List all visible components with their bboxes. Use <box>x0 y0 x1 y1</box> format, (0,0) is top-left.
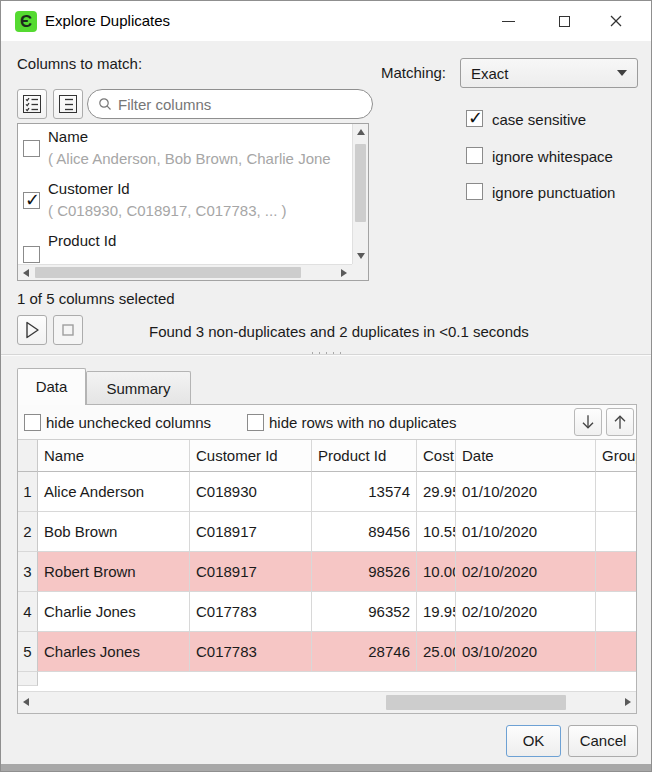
cell-customer-id[interactable]: C018917 <box>190 512 312 552</box>
ignore-punctuation-checkbox[interactable] <box>466 183 483 200</box>
row-number: 4 <box>18 592 38 632</box>
matching-label: Matching: <box>381 64 446 81</box>
cell-customer-id[interactable]: C018917 <box>190 552 312 592</box>
matching-dropdown[interactable]: Exact <box>460 58 638 88</box>
cell-cost[interactable]: 29.95 <box>417 472 456 512</box>
col-header-product-id[interactable]: Product Id <box>312 440 417 472</box>
row-number: 3 <box>18 552 38 592</box>
column-checkbox-product-id[interactable] <box>23 246 40 263</box>
column-checkbox-customer-id[interactable] <box>23 192 40 209</box>
table-row-1[interactable]: 1 Alice Anderson C018930 13574 29.95 01/… <box>18 472 636 512</box>
cell-group[interactable] <box>596 472 636 512</box>
tab-data[interactable]: Data <box>17 368 86 405</box>
splitter-handle[interactable] <box>309 351 345 355</box>
col-header-cost[interactable]: Cost <box>417 440 456 472</box>
cell-customer-id[interactable]: C017783 <box>190 632 312 672</box>
col-header-group[interactable]: Group <box>596 440 636 472</box>
close-icon <box>609 14 623 28</box>
cell-date[interactable]: 02/10/2020 <box>456 592 596 632</box>
table-horizontal-scrollbar[interactable] <box>18 691 636 713</box>
cell-cost[interactable]: 19.95 <box>417 592 456 632</box>
cancel-button[interactable]: Cancel <box>568 725 638 757</box>
table-row-4[interactable]: 4 Charlie Jones C017783 96352 19.95 02/1… <box>18 592 636 632</box>
columns-list-vertical-scrollbar[interactable] <box>352 124 368 264</box>
cell-cost[interactable]: 10.00 <box>417 552 456 592</box>
table-row-5[interactable]: 5 Charles Jones C017783 28746 25.00 03/1… <box>18 632 636 672</box>
cell-customer-id[interactable]: C017783 <box>190 592 312 632</box>
table-scroll-thumb[interactable] <box>386 695 566 710</box>
column-checkbox-name[interactable] <box>23 140 40 157</box>
ignore-whitespace-label[interactable]: ignore whitespace <box>492 148 613 165</box>
scroll-left-icon[interactable] <box>18 694 34 710</box>
cell-date[interactable]: 01/10/2020 <box>456 472 596 512</box>
cell-product-id[interactable]: 98526 <box>312 552 417 592</box>
chevron-down-icon <box>617 70 627 76</box>
ignore-whitespace-checkbox[interactable] <box>466 147 483 164</box>
check-all-button[interactable] <box>17 89 47 119</box>
cell-group[interactable] <box>596 592 636 632</box>
stop-button[interactable] <box>53 315 83 345</box>
arrow-down-icon <box>578 412 598 432</box>
filter-columns-field[interactable] <box>87 89 373 119</box>
cell-name[interactable]: Charles Jones <box>38 632 190 672</box>
cell-group[interactable] <box>596 552 636 592</box>
hide-unchecked-columns-label[interactable]: hide unchecked columns <box>46 414 211 431</box>
col-header-date[interactable]: Date <box>456 440 596 472</box>
scroll-right-icon[interactable] <box>620 694 636 710</box>
horizontal-scroll-thumb[interactable] <box>35 267 301 278</box>
previous-duplicate-button[interactable] <box>606 408 634 436</box>
columns-list-horizontal-scrollbar[interactable] <box>18 264 352 280</box>
column-customer-id-label[interactable]: Customer Id <box>48 180 130 197</box>
filter-columns-input[interactable] <box>118 96 348 113</box>
uncheck-all-button[interactable] <box>53 89 83 119</box>
maximize-icon <box>559 16 570 27</box>
hide-unchecked-columns-checkbox[interactable] <box>24 414 41 431</box>
column-name-label[interactable]: Name <box>48 128 88 145</box>
cell-date[interactable]: 03/10/2020 <box>456 632 596 672</box>
column-product-id-label[interactable]: Product Id <box>48 232 116 249</box>
run-button[interactable] <box>17 315 47 345</box>
hide-no-duplicate-rows-checkbox[interactable] <box>247 414 264 431</box>
case-sensitive-checkbox[interactable] <box>466 110 483 127</box>
cell-product-id[interactable]: 28746 <box>312 632 417 672</box>
tab-summary-label: Summary <box>106 380 170 397</box>
search-icon <box>98 97 112 111</box>
ok-button[interactable]: OK <box>506 725 561 757</box>
scroll-right-icon[interactable] <box>336 265 352 281</box>
table-toolbar: hide unchecked columns hide rows with no… <box>18 405 636 440</box>
data-tab-panel: hide unchecked columns hide rows with no… <box>17 404 637 714</box>
close-button[interactable] <box>593 1 639 41</box>
cell-date[interactable]: 01/10/2020 <box>456 512 596 552</box>
scroll-down-icon[interactable] <box>353 248 369 264</box>
ignore-punctuation-label[interactable]: ignore punctuation <box>492 184 615 201</box>
col-header-customer-id[interactable]: Customer Id <box>190 440 312 472</box>
hide-no-duplicate-rows-label[interactable]: hide rows with no duplicates <box>269 414 457 431</box>
col-header-name[interactable]: Name <box>38 440 190 472</box>
cell-name[interactable]: Robert Brown <box>38 552 190 592</box>
columns-list-content: Name ( Alice Anderson, Bob Brown, Charli… <box>18 124 352 264</box>
scroll-up-icon[interactable] <box>353 124 369 140</box>
cell-product-id[interactable]: 89456 <box>312 512 417 552</box>
tab-summary[interactable]: Summary <box>86 371 191 405</box>
table-header-row: Name Customer Id Product Id Cost Date Gr… <box>18 440 636 472</box>
cell-name[interactable]: Alice Anderson <box>38 472 190 512</box>
next-duplicate-button[interactable] <box>574 408 602 436</box>
cell-group[interactable] <box>596 632 636 672</box>
minimize-button[interactable] <box>485 1 531 41</box>
cell-product-id[interactable]: 13574 <box>312 472 417 512</box>
cell-cost[interactable]: 10.55 <box>417 512 456 552</box>
cell-customer-id[interactable]: C018930 <box>190 472 312 512</box>
table-row-2[interactable]: 2 Bob Brown C018917 89456 10.55 01/10/20… <box>18 512 636 552</box>
cell-cost[interactable]: 25.00 <box>417 632 456 672</box>
vertical-scroll-thumb[interactable] <box>355 144 366 222</box>
row-number-stub <box>18 672 38 686</box>
cell-name[interactable]: Bob Brown <box>38 512 190 552</box>
maximize-button[interactable] <box>541 1 587 41</box>
cell-product-id[interactable]: 96352 <box>312 592 417 632</box>
cell-date[interactable]: 02/10/2020 <box>456 552 596 592</box>
cell-name[interactable]: Charlie Jones <box>38 592 190 632</box>
case-sensitive-label[interactable]: case sensitive <box>492 111 586 128</box>
table-row-3[interactable]: 3 Robert Brown C018917 98526 10.00 02/10… <box>18 552 636 592</box>
scroll-left-icon[interactable] <box>18 265 34 281</box>
cell-group[interactable] <box>596 512 636 552</box>
